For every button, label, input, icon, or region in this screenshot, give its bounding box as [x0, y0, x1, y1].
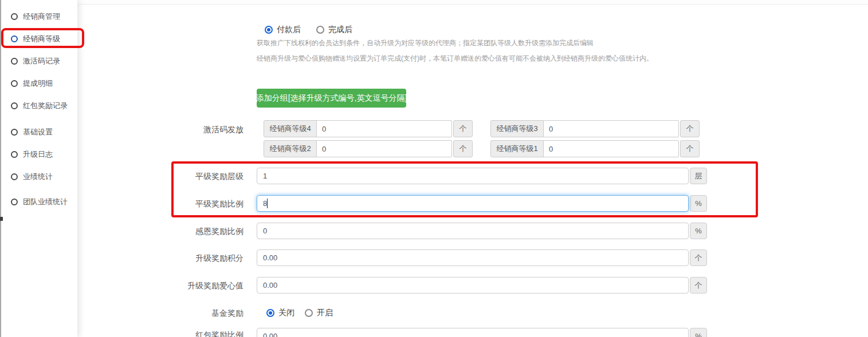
circle-icon	[11, 58, 18, 65]
radio-option-off[interactable]: 关闭	[266, 308, 294, 318]
sidebar-item-label: 业绩统计	[23, 172, 53, 182]
radio-checked-icon[interactable]	[266, 309, 274, 317]
upgrade-reward-points-input[interactable]	[257, 249, 689, 266]
fund-reward-radio-group: 关闭 开启	[266, 308, 333, 318]
sidebar-item-upgrade-log[interactable]: 升级日志	[1, 143, 77, 165]
input-unit-label: 个	[690, 249, 707, 266]
sidebar-item-team-performance-stats[interactable]: 团队业绩统计	[1, 191, 77, 213]
circle-icon	[11, 13, 18, 20]
radio-label: 完成后	[328, 25, 352, 35]
input-unit-label: 个	[680, 120, 700, 137]
radio-label: 关闭	[278, 308, 294, 318]
sidebar-item-label: 经销商等级	[23, 34, 60, 44]
input-unit-label: 个	[690, 277, 707, 294]
gratitude-reward-ratio-input[interactable]	[257, 223, 689, 239]
activation-group-level3: 经销商等级3 个	[490, 120, 700, 137]
input-unit-label: 个	[453, 120, 473, 137]
upgrade-hint-line2: 经销商升级与爱心值购物赠送均设置为订单完成(支付)时，本笔订单赠送的爱心值有可能…	[257, 54, 653, 64]
upgrade-timing-radio-group: 付款后 完成后	[265, 25, 352, 35]
same-level-reward-ratio-input[interactable]	[257, 195, 689, 212]
input-prepend-label: 经销商等级4	[264, 120, 317, 137]
sidebar-item-dealer-management[interactable]: 经销商管理	[1, 5, 77, 27]
input-unit-label: %	[690, 328, 707, 337]
radio-unchecked-icon[interactable]	[316, 26, 324, 34]
circle-icon	[11, 173, 18, 180]
redpacket-reward-ratio-input[interactable]	[257, 328, 689, 337]
activation-group-level1: 经销商等级1 个	[490, 140, 700, 157]
radio-option-after-completion[interactable]: 完成后	[316, 25, 352, 35]
field-label-redpacket-reward-ratio: 红包奖励比例	[138, 330, 243, 337]
upgrade-hint-line1: 获取推广下线权利的会员达到条件，自动升级为对应等级的代理商；指定某团队等级人数升…	[257, 38, 594, 48]
activation-level3-input[interactable]	[543, 120, 679, 137]
add-group-button[interactable]: 添加分组[选择升级方式编号,英文逗号分隔]	[257, 89, 406, 108]
sidebar-item-label: 激活码记录	[23, 56, 60, 66]
input-unit-label: 个	[680, 140, 700, 157]
field-label-activation-codes: 激活码发放	[138, 125, 243, 135]
activation-group-level2: 经销商等级2 个	[264, 140, 473, 157]
dealer-level-settings-page: 经销商管理 经销商等级 激活码记录 提成明细 红包奖励记录 基础设置 升级日志	[0, 0, 868, 337]
radio-label: 付款后	[277, 25, 301, 35]
field-label-same-level-reward-tiers: 平级奖励层级	[138, 172, 243, 182]
circle-icon	[11, 102, 18, 109]
circle-icon	[11, 80, 18, 87]
same-level-reward-tiers-input[interactable]	[257, 168, 689, 184]
field-label-upgrade-reward-points: 升级奖励积分	[138, 253, 243, 264]
radio-option-on[interactable]: 开启	[305, 308, 333, 318]
radio-label: 开启	[317, 308, 333, 318]
sidebar-item-label: 升级日志	[23, 149, 53, 160]
activation-level1-input[interactable]	[543, 140, 679, 157]
sidebar-item-activation-code-records[interactable]: 激活码记录	[1, 50, 77, 72]
sidebar-item-label: 基础设置	[23, 127, 53, 137]
sidebar-item-basic-settings[interactable]: 基础设置	[1, 121, 77, 143]
sidebar-item-performance-stats[interactable]: 业绩统计	[1, 165, 77, 188]
activation-group-level4: 经销商等级4 个	[264, 120, 473, 137]
sidebar-item-label: 提成明细	[23, 78, 53, 89]
scrollbar-fragment	[0, 217, 3, 221]
input-prepend-label: 经销商等级2	[264, 140, 317, 157]
sidebar-item-label: 团队业绩统计	[23, 197, 68, 207]
radio-option-after-payment[interactable]: 付款后	[265, 25, 301, 35]
field-label-same-level-reward-ratio: 平级奖励比例	[138, 199, 243, 209]
radio-unchecked-icon[interactable]	[305, 309, 313, 317]
radio-checked-icon[interactable]	[265, 26, 273, 34]
window-left-edge	[0, 0, 1, 337]
input-unit-label: 个	[453, 140, 473, 157]
field-label-fund-reward: 基金奖励	[138, 308, 243, 319]
input-unit-label: %	[690, 223, 707, 239]
sidebar-item-label: 红包奖励记录	[23, 101, 68, 111]
field-label-upgrade-reward-love-value: 升级奖励爱心值	[138, 281, 243, 291]
input-unit-label: %	[690, 195, 707, 212]
circle-icon	[11, 35, 18, 42]
activation-level4-input[interactable]	[316, 120, 452, 137]
input-prepend-label: 经销商等级1	[490, 140, 544, 157]
sidebar-item-label: 经销商管理	[23, 11, 60, 22]
sidebar-item-commission-details[interactable]: 提成明细	[1, 72, 77, 94]
upgrade-reward-love-value-input[interactable]	[257, 277, 689, 294]
sidebar-item-redpacket-reward-records[interactable]: 红包奖励记录	[1, 94, 77, 117]
field-label-gratitude-reward-ratio: 感恩奖励比例	[138, 227, 243, 237]
activation-level2-input[interactable]	[316, 140, 452, 157]
sidebar-item-dealer-level[interactable]: 经销商等级	[1, 27, 77, 50]
input-prepend-label: 经销商等级3	[490, 120, 544, 137]
sidebar: 经销商管理 经销商等级 激活码记录 提成明细 红包奖励记录 基础设置 升级日志	[1, 0, 77, 337]
input-unit-label: 层	[690, 168, 707, 184]
circle-icon	[11, 151, 18, 158]
circle-icon	[11, 199, 18, 205]
circle-icon	[11, 129, 18, 136]
text-cursor	[267, 199, 268, 208]
